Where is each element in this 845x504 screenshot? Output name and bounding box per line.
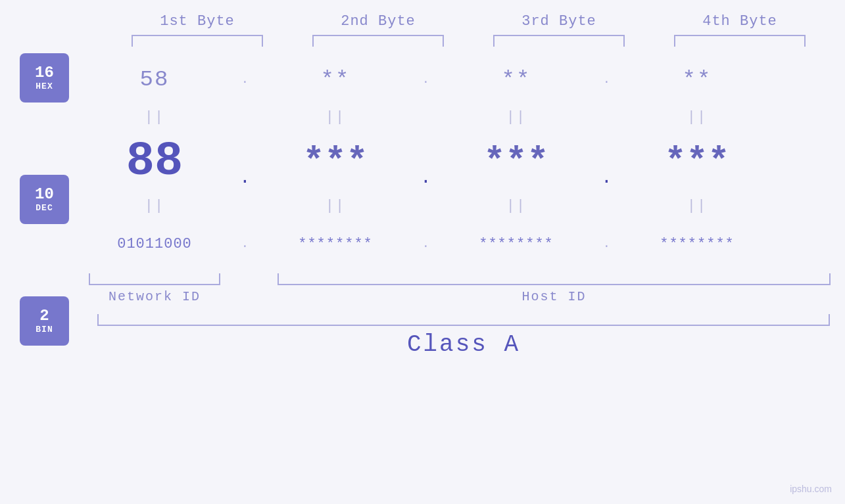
byte1-header: 1st Byte xyxy=(125,13,270,30)
bracket-top-2 xyxy=(312,35,444,47)
byte2-header: 2nd Byte xyxy=(306,13,450,30)
dec-row: 88 . *** . *** . *** xyxy=(82,129,845,195)
top-bracket-row xyxy=(107,35,831,47)
dec-badge-label: DEC xyxy=(36,203,53,213)
bin-b2: ******** xyxy=(263,236,408,252)
hex-row: 58 . ** . ** . ** xyxy=(82,53,845,106)
dec-dot-1: . xyxy=(227,154,263,195)
bin-row: 01011000 . ******** . ******** . xyxy=(82,218,845,270)
hex-b1: 58 xyxy=(82,67,227,92)
dec-dot-3: . xyxy=(589,154,625,195)
bin-badge: 2 BIN xyxy=(20,296,69,346)
bracket-top-1 xyxy=(132,35,263,47)
bin-b4: ******** xyxy=(625,236,769,252)
host-id-label: Host ID xyxy=(521,289,586,304)
dec-badge: 10 DEC xyxy=(20,175,69,224)
network-bracket-group: Network ID xyxy=(82,273,227,304)
hex-dot-1: . xyxy=(227,73,263,86)
watermark: ipshu.com xyxy=(790,484,832,494)
bin-b1: 01011000 xyxy=(82,236,227,252)
hex-dot-2: . xyxy=(408,73,444,86)
bracket-top-4 xyxy=(674,35,806,47)
bin-badge-label: BIN xyxy=(36,325,53,334)
dec-b4: *** xyxy=(625,141,769,183)
hex-b4: ** xyxy=(625,67,769,92)
hex-dot-3: . xyxy=(589,73,625,86)
dec-dot-2: . xyxy=(408,154,444,195)
class-section: Class A xyxy=(82,314,845,358)
network-id-label: Network ID xyxy=(109,289,201,304)
host-bracket xyxy=(278,273,831,285)
badges-column: 16 HEX 10 DEC 2 BIN xyxy=(20,53,69,346)
bin-dot-2: . xyxy=(408,237,444,250)
hex-badge: 16 HEX xyxy=(20,53,69,103)
bracket-top-3 xyxy=(493,35,625,47)
equals-dec-bin: || || || || xyxy=(82,195,845,218)
class-label: Class A xyxy=(407,331,520,358)
dec-b1: 88 xyxy=(82,135,227,189)
network-bracket xyxy=(89,273,220,285)
bin-b3: ******** xyxy=(444,236,589,252)
bin-badge-num: 2 xyxy=(39,308,49,325)
dec-b3: *** xyxy=(444,141,589,183)
byte3-header: 3rd Byte xyxy=(487,13,631,30)
dec-badge-num: 10 xyxy=(35,186,54,203)
byte4-header: 4th Byte xyxy=(667,13,812,30)
bottom-brackets-container: Network ID Host ID xyxy=(82,273,845,304)
host-bracket-group: Host ID xyxy=(263,273,845,304)
bin-dot-3: . xyxy=(589,237,625,250)
hex-b3: ** xyxy=(444,67,589,92)
bin-dot-1: . xyxy=(227,237,263,250)
hex-badge-num: 16 xyxy=(35,64,54,81)
class-bracket xyxy=(97,314,830,326)
byte-headers: 1st Byte 2nd Byte 3rd Byte 4th Byte xyxy=(107,13,831,30)
hex-badge-label: HEX xyxy=(36,81,53,91)
equals-hex-dec: || || || || xyxy=(82,106,845,129)
hex-b2: ** xyxy=(263,67,408,92)
main-container: 1st Byte 2nd Byte 3rd Byte 4th Byte 16 H… xyxy=(0,0,845,504)
dec-b2: *** xyxy=(263,141,408,183)
